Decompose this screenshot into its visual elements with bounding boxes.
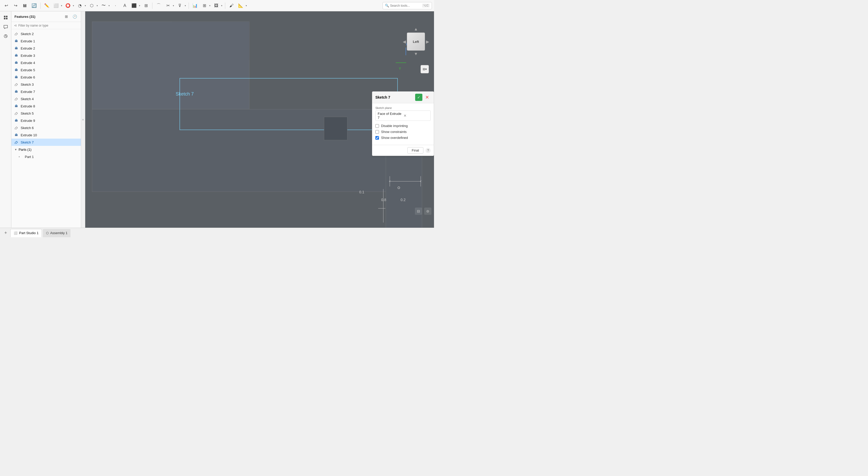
sketch-icon (14, 32, 19, 36)
redo-button[interactable]: ↪ (11, 2, 20, 10)
feature-item-sketch-2[interactable]: Sketch 2 (11, 30, 81, 37)
part-studio-tab[interactable]: ⬜ Part Studio 1 (10, 229, 42, 237)
disable-imprinting-checkbox[interactable] (375, 124, 379, 128)
render-tool[interactable]: 🖼 (212, 2, 220, 10)
rect-tool-arrow[interactable]: ▾ (60, 4, 63, 7)
polygon-tool[interactable]: ⬡ (88, 2, 96, 10)
undo-button[interactable]: ↩ (2, 2, 10, 10)
paint-tool[interactable]: 🖌 (227, 2, 236, 10)
final-button[interactable]: Final (407, 147, 424, 154)
svg-rect-15 (16, 61, 17, 62)
grid2-tool-arrow[interactable]: ▾ (209, 4, 211, 7)
feature-item-extrude-8[interactable]: Extrude 8 (11, 102, 81, 110)
circle-tool-arrow[interactable]: ▾ (72, 4, 75, 7)
spline-tool-arrow[interactable]: ▾ (108, 4, 110, 7)
sketch-plane-clear[interactable]: ✕ (404, 113, 428, 118)
mirror-tool-arrow[interactable]: ▾ (184, 4, 187, 7)
collapse-handle[interactable]: ≡ (81, 11, 85, 228)
feature-label: Extrude 1 (21, 39, 35, 43)
orient-right-arrow[interactable]: ▶ (426, 39, 429, 44)
circle-tool[interactable]: ⭕ (64, 2, 72, 10)
extrude-icon (14, 54, 19, 58)
mirror-tool[interactable]: ⊽ (176, 2, 184, 10)
comment-icon[interactable] (2, 23, 10, 31)
refresh-button[interactable]: 🔄 (30, 2, 38, 10)
render-tool-arrow[interactable]: ▾ (221, 4, 223, 7)
circle-tool-group: ⭕ ▾ (64, 2, 75, 10)
feature-label: Sketch 6 (21, 126, 34, 130)
feature-label: Extrude 6 (21, 75, 35, 79)
cube-mode-dropdown[interactable]: ⊞▾ (421, 65, 429, 73)
feature-item-sketch-6[interactable]: Sketch 6 (11, 124, 81, 131)
show-constraints-checkbox[interactable] (375, 130, 379, 134)
spline-tool[interactable]: 〜 (99, 2, 108, 10)
svg-rect-27 (16, 133, 17, 135)
line-tool[interactable]: ✏️ (43, 2, 51, 10)
save-button[interactable] (21, 2, 29, 10)
feature-item-extrude-10[interactable]: Extrude 10 (11, 131, 81, 139)
orient-cube[interactable]: Left (407, 33, 425, 50)
feature-item-extrude-4[interactable]: Extrude 4 (11, 59, 81, 66)
transform-tool[interactable]: ⬛ (130, 2, 138, 10)
extrude-icon (14, 39, 19, 43)
feature-item-sketch-7[interactable]: Sketch 7 (11, 139, 81, 146)
trim-tool[interactable]: ✂ (164, 2, 172, 10)
help-icon[interactable]: ? (426, 148, 431, 153)
grid2-tool[interactable]: ⊞ (200, 2, 209, 10)
grid-tool[interactable]: ⊞ (142, 2, 150, 10)
feature-item-extrude-3[interactable]: Extrude 3 (11, 52, 81, 59)
search-tools-input[interactable] (390, 4, 421, 7)
panel-clock-button[interactable]: 🕐 (71, 13, 78, 20)
trim-tool-arrow[interactable]: ▾ (172, 4, 175, 7)
arc-tool[interactable]: ◔ (76, 2, 84, 10)
features-icon[interactable] (2, 13, 10, 22)
feature-item-sketch-3[interactable]: Sketch 3 (11, 81, 81, 88)
feature-item-sketch-4[interactable]: Sketch 4 (11, 95, 81, 102)
filter-row: ⊲ (11, 22, 81, 29)
sketch-panel-cancel-button[interactable]: ✕ (424, 94, 431, 101)
filter-input[interactable] (18, 24, 78, 27)
feature-item-extrude-6[interactable]: Extrude 6 (11, 74, 81, 81)
mirror-tool-group: ⊽ ▾ (176, 2, 187, 10)
feature-item-extrude-7[interactable]: Extrude 7 (11, 88, 81, 95)
search-icon: 🔍 (385, 4, 389, 7)
feature-item-extrude-9[interactable]: Extrude 9 (11, 117, 81, 124)
sketch-icon (14, 82, 19, 87)
bottom-tabs: + ⬜ Part Studio 1 ⬡ Assembly 1 (0, 228, 434, 238)
part-label: Part 1 (25, 155, 34, 159)
sketch-panel-footer: Final ? (372, 145, 434, 156)
feature-item-extrude-5[interactable]: Extrude 5 (11, 66, 81, 74)
chart-tool[interactable]: 📊 (191, 2, 199, 10)
grid2-tool-group: ⊞ ▾ (200, 2, 211, 10)
sketch-panel-accept-button[interactable]: ✓ (415, 94, 423, 101)
extrude-icon (14, 133, 19, 137)
svg-rect-4 (6, 16, 7, 17)
add-tab-button[interactable]: + (2, 230, 9, 237)
orient-up-arrow[interactable]: ▲ (414, 27, 418, 32)
feature-item-extrude-2[interactable]: Extrude 2 (11, 45, 81, 52)
polygon-tool-arrow[interactable]: ▾ (96, 4, 98, 7)
panel-settings-button[interactable]: ⊞ (63, 13, 69, 20)
parts-section-header[interactable]: ▼Parts (1) (11, 146, 81, 153)
fillet-tool[interactable]: ⌒ (154, 2, 163, 10)
feature-label: Extrude 2 (21, 46, 35, 50)
text-tool[interactable]: A (121, 2, 129, 10)
sketch-panel: Sketch 7 ✓ ✕ Sketch plane Face of Extrud… (372, 91, 434, 156)
show-overdefined-checkbox[interactable] (375, 136, 379, 140)
feature-item-sketch-5[interactable]: Sketch 5 (11, 110, 81, 117)
arc-tool-arrow[interactable]: ▾ (84, 4, 87, 7)
assembly-tab[interactable]: ⬡ Assembly 1 (43, 229, 70, 237)
history-icon[interactable] (2, 32, 10, 40)
feature-item-extrude-1[interactable]: Extrude 1 (11, 37, 81, 45)
transform-tool-arrow[interactable]: ▾ (138, 4, 141, 7)
measure-tool[interactable]: 📐 (237, 2, 245, 10)
canvas-icon-2[interactable]: ⊜ (424, 208, 431, 215)
orient-down-arrow[interactable]: ▼ (414, 52, 418, 56)
measure-tool-arrow[interactable]: ▾ (245, 4, 247, 7)
orient-left-arrow[interactable]: ◀ (403, 39, 406, 44)
rect-tool[interactable]: ⬜ (52, 2, 60, 10)
point-tool[interactable]: · (111, 2, 120, 10)
canvas-area[interactable]: Sketch 7 0.1 0.8 0.2 Z Y ▲ ◀ Left ▶ ▼ (85, 11, 434, 228)
canvas-icon-1[interactable]: ⊟ (415, 208, 422, 215)
part-item-part1[interactable]: ▪Part 1 (11, 153, 81, 160)
